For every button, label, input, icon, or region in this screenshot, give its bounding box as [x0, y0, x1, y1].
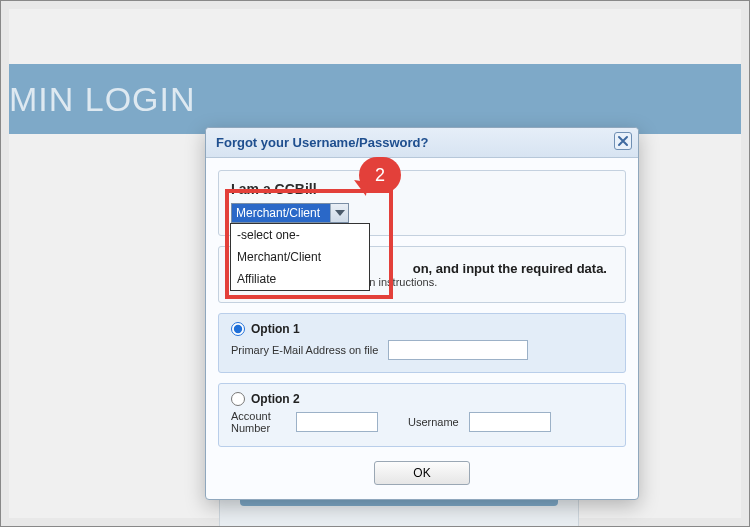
- option1-label: Option 1: [251, 322, 300, 336]
- option1-field-label: Primary E-Mail Address on file: [231, 344, 378, 356]
- close-button[interactable]: [614, 132, 632, 150]
- username-input[interactable]: [469, 412, 551, 432]
- role-dropdown-selected: Merchant/Client: [232, 204, 330, 222]
- option2-radio[interactable]: [231, 392, 245, 406]
- role-dropdown-menu: -select one- Merchant/Client Affiliate: [230, 223, 370, 291]
- option2-label: Option 2: [251, 392, 300, 406]
- annotation-callout-number: 2: [375, 165, 385, 186]
- option1-group: Option 1 Primary E-Mail Address on file: [218, 313, 626, 373]
- chevron-down-icon: [330, 204, 348, 222]
- role-heading: I am a CCBill: [231, 181, 613, 197]
- role-option[interactable]: -select one-: [231, 224, 369, 246]
- role-dropdown-display[interactable]: Merchant/Client: [231, 203, 349, 223]
- account-number-input[interactable]: [296, 412, 378, 432]
- forgot-password-dialog: Forgot your Username/Password? I am a CC…: [205, 127, 639, 500]
- role-option[interactable]: Merchant/Client: [231, 246, 369, 268]
- banner-title: MIN LOGIN: [9, 80, 196, 118]
- role-dropdown[interactable]: Merchant/Client -select one- Merchant/Cl…: [231, 203, 349, 223]
- dialog-body: I am a CCBill Merchant/Client -select on…: [206, 158, 638, 499]
- account-number-label: Account Number: [231, 410, 286, 434]
- username-label: Username: [408, 416, 459, 428]
- dialog-title-bar: Forgot your Username/Password?: [206, 128, 638, 158]
- dialog-title: Forgot your Username/Password?: [216, 135, 428, 150]
- role-option[interactable]: Affiliate: [231, 268, 369, 290]
- option1-radio[interactable]: [231, 322, 245, 336]
- page-banner: MIN LOGIN: [9, 64, 741, 134]
- close-icon: [615, 133, 631, 149]
- primary-email-input[interactable]: [388, 340, 528, 360]
- annotation-callout-bubble: 2: [359, 157, 401, 193]
- option2-group: Option 2 Account Number Username: [218, 383, 626, 447]
- ok-button[interactable]: OK: [374, 461, 470, 485]
- page-background: MIN LOGIN Forget your username / passwor…: [9, 9, 741, 518]
- role-group: I am a CCBill Merchant/Client -select on…: [218, 170, 626, 236]
- annotation-callout: 2: [359, 157, 401, 193]
